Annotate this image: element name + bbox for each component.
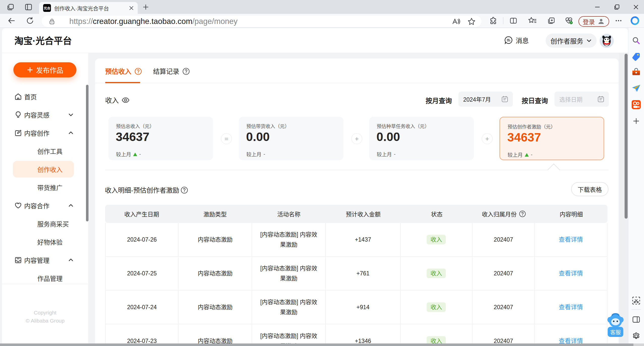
sidebar-item-creation-income[interactable]: 创作收入 [2,160,88,178]
sidebar-screenshot-icon[interactable] [628,294,644,308]
sidebar-footer-divider [2,284,88,284]
window-minimize-button[interactable] [589,0,605,14]
sidebar-item-label: 内容创作 [24,128,49,137]
sidebar-item-inspiration[interactable]: 内容灵感 [2,106,88,124]
tab-label: 预估收入 [105,66,131,76]
split-screen-icon[interactable] [507,14,519,27]
sidebar-settings-icon[interactable] [628,329,644,343]
cell-month: 202407 [473,291,535,324]
sidebar-item-works-management[interactable]: 作品管理 [2,269,88,287]
sidebar-drop-icon[interactable] [628,81,644,95]
refresh-icon[interactable] [24,14,36,27]
settings-more-icon[interactable] [612,14,625,27]
browser-essentials-icon[interactable] [563,14,575,27]
collections-icon[interactable] [545,14,557,27]
sidebar-item-home[interactable]: 首页 [2,88,88,106]
kefu-label[interactable]: 客服 [608,327,623,337]
extensions-icon[interactable] [487,14,499,27]
window-maximize-button[interactable] [609,0,625,14]
publish-label: 发布作品 [36,65,63,75]
cell-month: 202407 [473,324,535,343]
cell-amount: +761 [326,257,400,290]
date-picker-placeholder: 选择日期 [559,95,582,103]
customer-service-widget[interactable]: 客服 [606,312,625,337]
tab-actions-icon[interactable] [5,0,16,14]
sidebar-item-label: 创作收入 [37,165,63,174]
sidebar-tools-icon[interactable] [628,65,644,79]
horizontal-scrollbar-thumb[interactable] [0,343,633,346]
stat-card-task-income: 预估种草任务收入（元） 0.00 较上月- [369,117,474,160]
back-icon[interactable] [6,14,18,27]
sidebar-item-creation-tools[interactable]: 创作工具 [2,142,88,160]
status-badge: 收入 [427,235,446,244]
sidebar-item-label: 作品管理 [37,274,63,283]
site-logo[interactable]: 淘宝·光合平台 [14,28,72,52]
browser-signin-button[interactable]: 登录 [578,16,609,27]
cell-type: 内容动态激励 [179,257,252,290]
query-by-day-label: 按日查询 [522,96,548,105]
cell-month: 202407 [473,257,535,290]
view-detail-link[interactable]: 查看详情 [559,336,583,343]
tab-estimated-income[interactable]: 预估收入 [105,59,141,83]
question-circle-icon[interactable] [181,186,187,193]
address-bar[interactable]: https://creator.guanghe.taobao.com/page/… [42,16,482,27]
sidebar-item-cooperation[interactable]: 内容合作 [2,196,88,215]
sidebar-scrollbar-thumb[interactable] [86,85,89,221]
date-picker-input[interactable]: 选择日期 [554,92,609,107]
cell-date: 2024-07-26 [106,223,179,256]
income-section-label: 收入 [105,95,130,105]
chevron-up-icon [68,257,74,263]
plus-icon [26,66,34,73]
sidebar-item-creation[interactable]: 内容创作 [2,124,88,142]
sidebar-search-icon[interactable] [628,34,644,48]
question-circle-icon[interactable] [182,68,189,74]
window-close-button[interactable] [628,0,644,14]
stat-card-creator-incentive[interactable]: 预估创作者激励（元） 34637 较上月- [500,117,604,160]
sidebar-kuaishou-icon[interactable] [628,98,644,112]
question-circle-icon[interactable] [519,210,526,217]
sidebar-add-icon[interactable] [628,114,644,128]
favorites-icon[interactable] [526,14,538,27]
creator-service-dropdown[interactable]: 创作者服务 [546,34,597,48]
messages-button[interactable]: 消息 [504,28,529,52]
browser-tab[interactable]: 光合 创作收入·淘宝光合平台 [39,2,138,14]
trend-up-icon [525,153,529,157]
eye-icon[interactable] [122,96,130,104]
lock-icon[interactable] [49,18,55,25]
question-circle-icon[interactable] [134,68,141,74]
tab-settlement-records[interactable]: 结算记录 [153,59,189,83]
operator-plus: + [482,133,493,144]
sidebar-item-management[interactable]: 内容管理 [2,251,88,269]
cell-type: 内容动态激励 [179,291,252,324]
tab-close-icon[interactable] [129,5,134,11]
download-table-button[interactable]: 下载表格 [571,182,608,196]
view-detail-link[interactable]: 查看详情 [559,235,583,245]
operator-symbol: + [485,135,489,143]
view-detail-link[interactable]: 查看详情 [559,268,583,278]
sidebar-shopping-icon[interactable] [628,49,644,64]
read-aloud-icon[interactable] [452,17,460,26]
publish-button[interactable]: 发布作品 [13,62,76,77]
stat-value: 34637 [116,130,149,144]
compare-value: - [531,152,533,158]
compare-label: 较上月 [508,151,523,158]
sidebar-item-service-purchase[interactable]: 服务商采买 [2,215,88,233]
copilot-icon[interactable] [628,14,641,27]
avatar[interactable] [600,34,614,48]
cell-activity: [内容动态激励] 内容效果激励 [252,291,326,324]
stat-label: 预估总收入（元） [116,123,154,129]
favorite-star-icon[interactable] [467,17,476,25]
messages-label: 消息 [516,36,529,45]
cell-amount: +1437 [326,223,400,256]
sidebar-toggle-icon[interactable] [628,312,644,327]
sidebar-item-product-trial[interactable]: 好物体验 [2,233,88,251]
cell-amount: +914 [326,291,400,324]
sidebar-item-promotion[interactable]: 带货推广 [2,178,88,196]
page-scrollbar-thumb[interactable] [625,54,628,219]
tab-label: 结算记录 [153,66,179,76]
new-tab-button[interactable] [140,0,151,14]
vertical-tabs-icon[interactable] [23,0,34,14]
view-detail-link[interactable]: 查看详情 [559,302,583,312]
screen: 光合 创作收入·淘宝光合平台 https://creator.guanghe.t… [0,0,644,346]
month-picker-input[interactable]: 2024年7月 [458,92,513,107]
